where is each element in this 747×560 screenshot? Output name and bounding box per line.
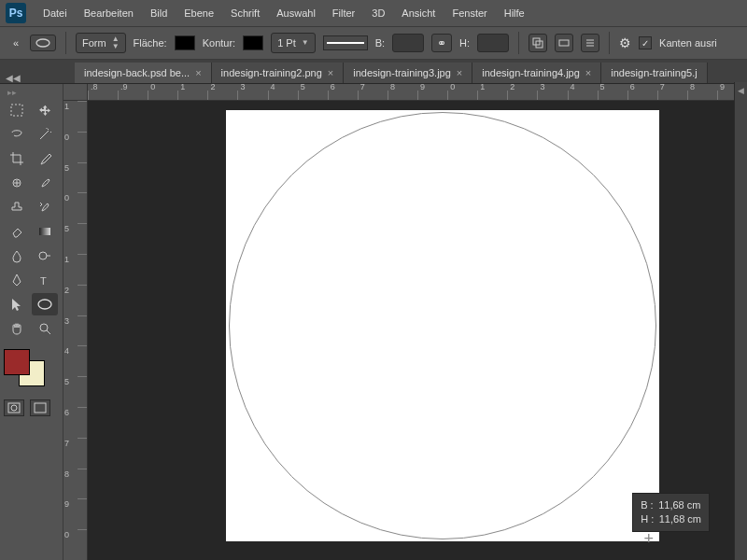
- fg-color-swatch[interactable]: [4, 349, 30, 375]
- stroke-label: Kontur:: [203, 37, 235, 49]
- path-select-tool-icon[interactable]: [4, 293, 30, 315]
- document-tab[interactable]: indesign-training4.jpg×: [472, 63, 601, 83]
- tabs-collapse-icon[interactable]: ◀◀: [6, 73, 21, 83]
- quick-mask-icon[interactable]: [4, 399, 24, 416]
- svg-rect-3: [559, 40, 569, 46]
- close-icon[interactable]: ×: [195, 67, 201, 78]
- toolbox-collapse-icon[interactable]: ▸▸: [4, 88, 59, 99]
- menu-layer[interactable]: Ebene: [176, 4, 221, 22]
- link-wh-icon[interactable]: ⚭: [431, 34, 452, 52]
- stroke-swatch[interactable]: [243, 35, 263, 50]
- app-logo: Ps: [6, 3, 26, 23]
- document-tabs: ◀◀ indesign-back.psd be...× indesign-tra…: [0, 60, 747, 84]
- width-label: B:: [375, 37, 385, 49]
- separator: [65, 32, 66, 54]
- crosshair-cursor-icon: +: [643, 529, 654, 549]
- antialias-checkbox[interactable]: ✓: [639, 36, 652, 49]
- menu-window[interactable]: Fenster: [444, 4, 494, 22]
- dimensions-tooltip: B : 11,68 cm H : 11,68 cm: [632, 493, 710, 532]
- screen-mode-icon[interactable]: [30, 399, 50, 416]
- menu-file[interactable]: Datei: [35, 4, 75, 22]
- brush-tool-icon[interactable]: [32, 172, 58, 194]
- workspace: ▸▸ T: [0, 84, 747, 560]
- svg-rect-4: [11, 105, 22, 116]
- stamp-tool-icon[interactable]: [4, 196, 30, 218]
- width-field[interactable]: [392, 34, 424, 52]
- zoom-tool-icon[interactable]: [32, 317, 58, 340]
- menu-help[interactable]: Hilfe: [497, 4, 532, 22]
- svg-point-9: [38, 300, 51, 309]
- gear-icon[interactable]: ⚙: [619, 35, 631, 50]
- height-label: H:: [459, 37, 470, 49]
- svg-rect-6: [39, 228, 50, 235]
- move-tool-icon[interactable]: [32, 99, 58, 121]
- menu-type[interactable]: Schrift: [223, 4, 267, 22]
- document-tab[interactable]: indesign-back.psd be...×: [75, 63, 212, 83]
- history-brush-tool-icon[interactable]: [32, 196, 58, 218]
- healing-brush-tool-icon[interactable]: [4, 172, 30, 194]
- path-align-button[interactable]: [555, 34, 573, 52]
- document-tab[interactable]: indesign-training5.j: [601, 63, 707, 83]
- fill-label: Fläche:: [134, 37, 167, 49]
- stroke-style-dropdown[interactable]: [323, 35, 368, 50]
- marquee-tool-icon[interactable]: [4, 99, 30, 121]
- blur-tool-icon[interactable]: [4, 245, 30, 267]
- eraser-tool-icon[interactable]: [4, 220, 30, 243]
- document-tab[interactable]: indesign-training3.jpg×: [344, 63, 472, 83]
- options-bar: « Form ▲▼ Fläche: Kontur: 1 Pt ▼ B: ⚭ H:…: [0, 26, 747, 60]
- stroke-width-dropdown[interactable]: 1 Pt ▼: [271, 33, 316, 53]
- ellipse-shape[interactable]: [229, 112, 656, 539]
- separator: [518, 32, 519, 54]
- svg-point-12: [11, 405, 17, 411]
- path-arrange-button[interactable]: [581, 34, 599, 52]
- menu-select[interactable]: Auswahl: [269, 4, 323, 22]
- document-tab[interactable]: indesign-training2.png×: [212, 63, 345, 83]
- svg-point-10: [40, 324, 48, 331]
- dodge-tool-icon[interactable]: [32, 245, 58, 267]
- color-picker[interactable]: [4, 349, 52, 390]
- separator: [609, 32, 610, 54]
- stroke-width-value: 1 Pt: [277, 37, 296, 49]
- svg-point-0: [36, 39, 49, 47]
- svg-rect-13: [35, 403, 46, 413]
- toolbox: ▸▸ T: [0, 84, 63, 560]
- ruler-horizontal[interactable]: .8.9 01 23 45 67 89 01 23 45 67 89: [88, 84, 747, 101]
- eyedropper-tool-icon[interactable]: [32, 147, 58, 170]
- menu-filter[interactable]: Filter: [325, 4, 362, 22]
- menu-image[interactable]: Bild: [143, 4, 175, 22]
- close-icon[interactable]: ×: [585, 67, 591, 78]
- ruler-origin[interactable]: [63, 84, 88, 101]
- type-tool-icon[interactable]: T: [32, 269, 58, 291]
- crop-tool-icon[interactable]: [4, 147, 30, 170]
- shape-mode-dropdown[interactable]: Form ▲▼: [76, 33, 126, 53]
- menu-view[interactable]: Ansicht: [394, 4, 443, 22]
- ellipse-tool-icon[interactable]: [32, 293, 58, 315]
- antialias-label: Kanten ausri: [659, 37, 717, 49]
- menu-bar: Ps Datei Bearbeiten Bild Ebene Schrift A…: [0, 0, 747, 26]
- hand-tool-icon[interactable]: [4, 317, 30, 340]
- close-icon[interactable]: ×: [328, 67, 333, 78]
- chevron-left-icon[interactable]: «: [9, 37, 22, 49]
- path-combine-button[interactable]: [529, 34, 547, 52]
- dropdown-arrows-icon: ▲▼: [112, 35, 120, 50]
- close-icon[interactable]: ×: [457, 67, 462, 78]
- menu-edit[interactable]: Bearbeiten: [77, 4, 141, 22]
- document-canvas[interactable]: [226, 110, 659, 541]
- tool-preset-ellipse[interactable]: [30, 35, 56, 51]
- height-field[interactable]: [477, 34, 509, 52]
- svg-text:T: T: [40, 275, 47, 287]
- shape-mode-label: Form: [82, 37, 106, 49]
- svg-point-7: [39, 252, 47, 259]
- collapsed-panels-dock[interactable]: ◀: [734, 82, 747, 560]
- magic-wand-tool-icon[interactable]: [32, 123, 58, 146]
- dropdown-arrows-icon: ▼: [302, 39, 309, 47]
- lasso-tool-icon[interactable]: [4, 123, 30, 146]
- pen-tool-icon[interactable]: [4, 269, 30, 291]
- fill-swatch[interactable]: [175, 35, 195, 50]
- canvas-area[interactable]: .8.9 01 23 45 67 89 01 23 45 67 89 10 50…: [63, 84, 747, 560]
- menu-3d[interactable]: 3D: [364, 4, 392, 22]
- gradient-tool-icon[interactable]: [32, 220, 58, 243]
- ruler-vertical[interactable]: 10 50 51 23 45 67 89 0: [63, 101, 88, 560]
